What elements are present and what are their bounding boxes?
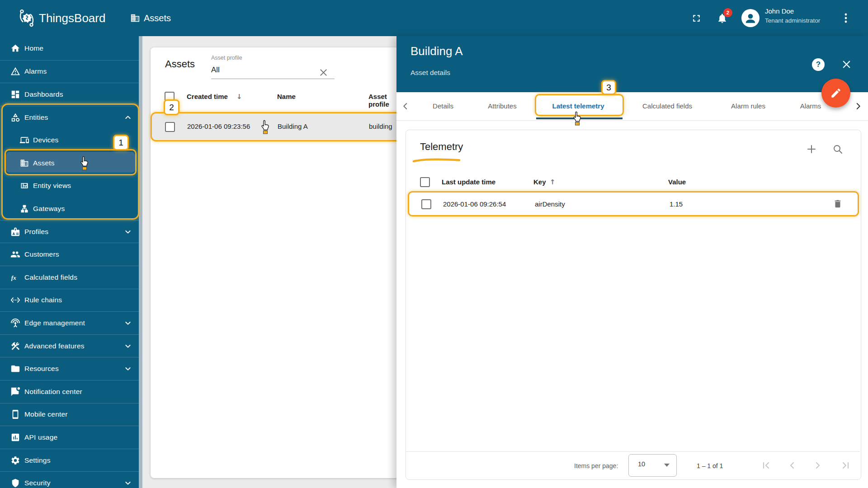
chevron-down-icon: [124, 365, 132, 372]
details-panel-subtitle: Asset details: [410, 69, 450, 77]
sidebar-item-edge-management[interactable]: Edge management: [0, 312, 139, 335]
column-header-created-time[interactable]: Created time: [187, 93, 228, 100]
tab-details[interactable]: Details: [421, 92, 465, 120]
chevron-down-icon: [124, 319, 132, 327]
tabs-scroll-left-icon[interactable]: [401, 102, 410, 110]
sidebar-item-rule-chains[interactable]: Rule chains: [0, 289, 139, 312]
close-icon[interactable]: [841, 59, 852, 70]
previous-page-icon[interactable]: [786, 460, 798, 471]
sidebar-item-customers[interactable]: Customers: [0, 243, 139, 266]
user-role: Tenant administrator: [765, 17, 820, 24]
annotation-underline: [412, 158, 461, 163]
asset-profile-value: building: [369, 122, 392, 130]
tab-attributes[interactable]: Attributes: [474, 92, 530, 120]
tools-icon: [10, 341, 20, 351]
notification-count-badge: 2: [723, 8, 732, 17]
filter-underline: [211, 79, 335, 79]
hand-cursor: [571, 111, 583, 127]
sidebar-item-security[interactable]: Security: [0, 472, 139, 488]
details-panel-header: Building A Asset details ?: [396, 36, 868, 92]
sidebar-item-api-usage[interactable]: API usage: [0, 426, 139, 449]
folder-icon: [10, 364, 20, 374]
details-tab-bar: Details Attributes Latest telemetry Calc…: [396, 92, 868, 121]
annotation-badge-2: 2: [164, 99, 179, 115]
column-header-name[interactable]: Name: [277, 93, 296, 100]
chevron-down-icon: [124, 479, 132, 487]
page-title: Assets: [144, 0, 171, 36]
clear-filter-icon[interactable]: [319, 68, 328, 77]
sidebar-item-resources[interactable]: Resources: [0, 357, 139, 380]
sidebar-item-settings[interactable]: Settings: [0, 449, 139, 472]
hand-cursor: [259, 119, 271, 136]
building-icon: [130, 13, 140, 23]
edit-asset-fab[interactable]: [821, 79, 850, 108]
home-icon: [10, 43, 20, 53]
telemetry-row-checkbox[interactable]: [421, 199, 431, 209]
sort-desc-icon[interactable]: ↓: [236, 93, 242, 101]
sidebar-item-profiles[interactable]: Profiles: [0, 220, 139, 243]
fullscreen-icon[interactable]: [691, 13, 702, 24]
avatar[interactable]: [741, 9, 760, 27]
help-icon[interactable]: ?: [812, 58, 825, 71]
sidebar-item-mobile-center[interactable]: Mobile center: [0, 403, 139, 426]
chevron-down-icon: [124, 343, 132, 350]
tab-calculated-fields[interactable]: Calculated fields: [627, 92, 708, 120]
sidebar-item-home[interactable]: Home: [0, 37, 139, 60]
telemetry-select-all-checkbox[interactable]: [420, 177, 430, 187]
pagination-divider: [406, 451, 860, 452]
annotation-badge-1: 1: [113, 135, 129, 150]
column-header-last-update-time[interactable]: Last update time: [442, 178, 495, 186]
sidebar-scrollbar[interactable]: [139, 36, 142, 488]
shield-icon: [10, 478, 20, 488]
sidebar-item-advanced-features[interactable]: Advanced features: [0, 334, 139, 357]
smartphone-icon: [10, 409, 20, 419]
last-page-icon[interactable]: [840, 460, 851, 471]
asset-profile-filter-label: Asset profile: [211, 55, 242, 61]
fx-icon: fx: [10, 272, 20, 282]
telemetry-card: Telemetry Last update time Key ↑ Value 2…: [406, 130, 861, 480]
tab-alarm-rules[interactable]: Alarm rules: [718, 92, 778, 120]
kebab-menu-icon[interactable]: [840, 12, 852, 24]
asset-details-panel: Building A Asset details ? Details Attri…: [396, 36, 868, 488]
sidebar-item-dashboards[interactable]: Dashboards: [0, 83, 139, 106]
sort-asc-icon[interactable]: ↑: [550, 178, 556, 186]
asset-created-time: 2026-01-06 09:23:56: [187, 122, 250, 130]
delete-icon[interactable]: [833, 199, 843, 209]
top-bar: ThingsBoard Assets John Doe Tenant admin…: [0, 0, 868, 36]
search-icon[interactable]: [832, 144, 843, 155]
telemetry-last-update-time: 2026-01-06 09:26:54: [443, 200, 506, 208]
annotation-badge-3: 3: [601, 80, 616, 95]
warning-icon: [10, 66, 20, 76]
select-caret-icon: [664, 464, 670, 467]
dashboards-icon: [10, 89, 20, 99]
column-header-key[interactable]: Key: [533, 178, 546, 186]
first-page-icon[interactable]: [760, 460, 772, 471]
details-panel-title: Building A: [410, 44, 463, 58]
telemetry-value: 1.15: [670, 200, 683, 208]
rule-chain-icon: [10, 295, 20, 305]
items-per-page-value: 10: [638, 460, 645, 468]
sidebar-item-calculated-fields[interactable]: fx Calculated fields: [0, 266, 139, 289]
tabs-scroll-right-icon[interactable]: [854, 102, 862, 110]
asset-profile-filter-value[interactable]: All: [211, 66, 220, 75]
asset-table-row[interactable]: 2026-01-06 09:23:56 Building A building: [151, 112, 406, 141]
person-icon: [743, 11, 758, 25]
column-header-value[interactable]: Value: [668, 178, 686, 186]
antenna-icon: [10, 318, 20, 328]
sidebar-item-alarms[interactable]: Alarms: [0, 60, 139, 83]
telemetry-title: Telemetry: [420, 141, 463, 153]
sidebar-item-notification-center[interactable]: Notification center: [0, 380, 139, 404]
add-telemetry-icon[interactable]: [806, 144, 817, 155]
chevron-down-icon: [124, 228, 132, 235]
hand-cursor: [79, 155, 90, 172]
items-per-page-label: Items per page:: [574, 462, 618, 469]
row-checkbox[interactable]: [165, 122, 175, 132]
app-name: ThingsBoard: [39, 0, 105, 36]
pencil-icon: [830, 87, 842, 99]
assets-table-title: Assets: [165, 58, 195, 70]
thingsboard-logo-icon: [16, 8, 37, 28]
telemetry-row[interactable]: 2026-01-06 09:26:54 airDensity 1.15: [408, 191, 859, 216]
next-page-icon[interactable]: [812, 460, 824, 471]
badge-icon: [10, 227, 20, 237]
asset-name: Building A: [278, 122, 308, 130]
